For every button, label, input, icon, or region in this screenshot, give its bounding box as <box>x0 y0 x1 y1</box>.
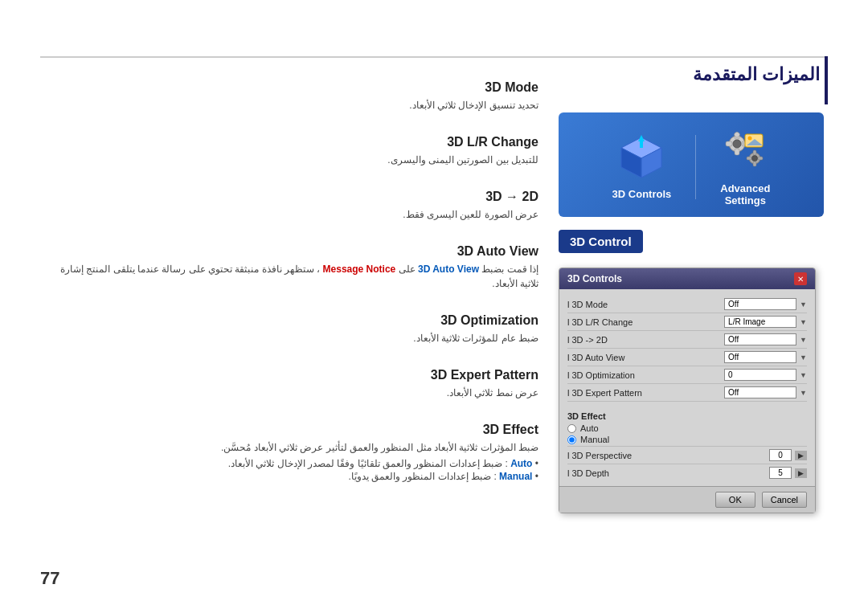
radio-row-manual: Manual <box>567 435 807 444</box>
perspective-arrow-btn[interactable]: ▶ <box>795 451 807 460</box>
svg-rect-16 <box>753 150 756 155</box>
section-optimization-desc: ضبط عام للمؤثرات ثلاثية الأبعاد. <box>40 331 538 345</box>
section-optimization: 3D Optimization ضبط عام للمؤثرات ثلاثية … <box>40 313 538 345</box>
dialog-label-convert: l 3D -> 2D <box>567 335 608 345</box>
svg-point-15 <box>752 155 758 161</box>
dialog-arrow-mode: ▼ <box>800 300 807 309</box>
left-content: 3D Mode تحديد تنسيق الإدخال ثلاثي الأبعا… <box>40 80 538 505</box>
dialog-value-convert: Off ▼ <box>724 333 807 345</box>
dialog-label-expert: l 3D Expert Pattern <box>567 388 642 398</box>
dialog-arrow-convert: ▼ <box>800 336 807 344</box>
section-lr-desc: للتبديل بين الصورتين اليمنى واليسرى. <box>40 153 538 167</box>
page-number: 77 <box>40 568 59 589</box>
autoview-highlight-blue: 3D Auto View <box>418 264 479 275</box>
dialog-row-autoview: l 3D Auto View Off ▼ <box>567 349 807 366</box>
depth-control: 5 ▶ <box>769 467 807 479</box>
section-autoview-desc: إذا قمت بضبط 3D Auto View على Message No… <box>40 262 538 291</box>
dialog-select-convert[interactable]: Off <box>724 333 796 345</box>
dialog-select-expert[interactable]: Off <box>724 386 796 398</box>
section-lr-title: 3D L/R Change <box>40 135 538 149</box>
dialog-select-autoview[interactable]: Off <box>724 351 796 363</box>
bullet-manual-label: Manual <box>499 471 532 482</box>
dialog-arrow-autoview: ▼ <box>800 353 807 362</box>
dialog-body: l 3D Mode Off ▼ l 3D L/R Change L/R Imag… <box>559 289 815 408</box>
svg-rect-17 <box>753 161 756 166</box>
section-optimization-title: 3D Optimization <box>40 313 538 328</box>
radio-manual[interactable] <box>567 435 576 444</box>
dialog-footer: OK Cancel <box>559 486 815 513</box>
dialog-select-lr[interactable]: L/R Image <box>724 316 796 328</box>
dialog-label-optimization: l 3D Optimization <box>567 370 635 380</box>
dialog-select-optimization[interactable]: 0 <box>724 369 796 381</box>
right-accent <box>825 56 828 104</box>
dialog-row-lr: l 3D L/R Change L/R Image ▼ <box>567 313 807 331</box>
effect-section: 3D Effect Auto Manual l 3D Perspective 0… <box>559 408 815 486</box>
bullet-auto: Auto : ضبط إعدادات المنظور والعمق تلقائي… <box>40 458 538 469</box>
section-autoview: 3D Auto View إذا قمت بضبط 3D Auto View ع… <box>40 244 538 291</box>
section-effect: 3D Effect ضبط المؤثرات ثلاثية الأبعاد مث… <box>40 423 538 482</box>
dialog-value-optimization: 0 ▼ <box>724 369 807 381</box>
dialog-title: 3D Controls <box>567 273 622 284</box>
perspective-control: 0 ▶ <box>769 449 807 461</box>
svg-rect-5 <box>640 141 643 148</box>
dialog-select-mode[interactable]: Off <box>724 298 796 310</box>
dialog-value-mode: Off ▼ <box>724 298 807 310</box>
section-convert-title: 3D → 2D <box>40 190 538 204</box>
section-expert-title: 3D Expert Pattern <box>40 368 538 382</box>
dialog-close-button[interactable]: ✕ <box>794 272 807 285</box>
radio-manual-label: Manual <box>580 435 609 444</box>
radio-auto-label: Auto <box>580 423 599 433</box>
perspective-value: 0 <box>769 449 792 461</box>
effect-title: 3D Effect <box>567 411 807 421</box>
section-mode-desc: تحديد تنسيق الإدخال ثلاثي الأبعاد. <box>40 98 538 112</box>
dialog-row-mode: l 3D Mode Off ▼ <box>567 296 807 313</box>
control-label-wrapper: 3D Control <box>559 230 824 261</box>
bullet-auto-label: Auto <box>510 458 532 469</box>
icons-box: 3D Controls <box>559 112 824 217</box>
section-mode-title: 3D Mode <box>40 80 538 95</box>
controls-label: 3D Controls <box>612 188 672 200</box>
depth-value: 5 <box>769 467 792 479</box>
perspective-row: l 3D Perspective 0 ▶ <box>567 446 807 464</box>
section-mode: 3D Mode تحديد تنسيق الإدخال ثلاثي الأبعا… <box>40 80 538 112</box>
effect-bullets: Auto : ضبط إعدادات المنظور والعمق تلقائي… <box>40 458 538 482</box>
depth-row: l 3D Depth 5 ▶ <box>567 464 807 481</box>
svg-rect-10 <box>726 141 732 146</box>
dialog-label-lr: l 3D L/R Change <box>567 317 633 327</box>
dialog-value-lr: L/R Image ▼ <box>724 316 807 328</box>
depth-arrow-btn[interactable]: ▶ <box>795 468 807 478</box>
dialog-arrow-expert: ▼ <box>800 389 807 397</box>
icon-separator <box>695 135 696 199</box>
section-expert-desc: عرض نمط ثلاثي الأبعاد. <box>40 386 538 400</box>
section-effect-desc: ضبط المؤثرات ثلاثية الأبعاد مثل المنظور … <box>40 440 538 455</box>
perspective-label: l 3D Perspective <box>567 451 632 460</box>
bullet-manual-text: : ضبط إعدادات المنظور والعمق يدويًا. <box>348 471 496 482</box>
advanced-label: AdvancedSettings <box>720 182 770 206</box>
dialog-value-autoview: Off ▼ <box>724 351 807 363</box>
dialog-arrow-lr: ▼ <box>800 318 807 326</box>
dialog-label-autoview: l 3D Auto View <box>567 353 624 362</box>
control-label: 3D Control <box>559 230 643 253</box>
dialog-label-mode: l 3D Mode <box>567 300 608 309</box>
radio-row-auto: Auto <box>567 423 807 433</box>
cancel-button[interactable]: Cancel <box>762 492 807 508</box>
svg-point-22 <box>748 136 752 140</box>
svg-rect-18 <box>747 157 751 160</box>
section-convert-desc: عرض الصورة للعين اليسرى فقط. <box>40 207 538 222</box>
section-expert: 3D Expert Pattern عرض نمط ثلاثي الأبعاد. <box>40 368 538 400</box>
dialog-window: 3D Controls ✕ l 3D Mode Off ▼ l 3D L/R C… <box>559 268 816 513</box>
dialog-row-convert: l 3D -> 2D Off ▼ <box>567 331 807 349</box>
ok-button[interactable]: OK <box>715 492 755 508</box>
dialog-titlebar: 3D Controls ✕ <box>559 268 815 289</box>
section-autoview-title: 3D Auto View <box>40 244 538 259</box>
autoview-highlight-red: Message Notice <box>323 264 396 275</box>
section-effect-title: 3D Effect <box>40 423 538 437</box>
gear-icon <box>721 128 769 176</box>
depth-label: l 3D Depth <box>567 468 609 478</box>
top-divider <box>40 56 828 58</box>
radio-auto[interactable] <box>567 424 576 433</box>
cube-icon <box>617 133 665 182</box>
advanced-icon-item: AdvancedSettings <box>720 128 770 206</box>
dialog-row-optimization: l 3D Optimization 0 ▼ <box>567 366 807 384</box>
right-panel: 3D Controls <box>559 112 824 513</box>
